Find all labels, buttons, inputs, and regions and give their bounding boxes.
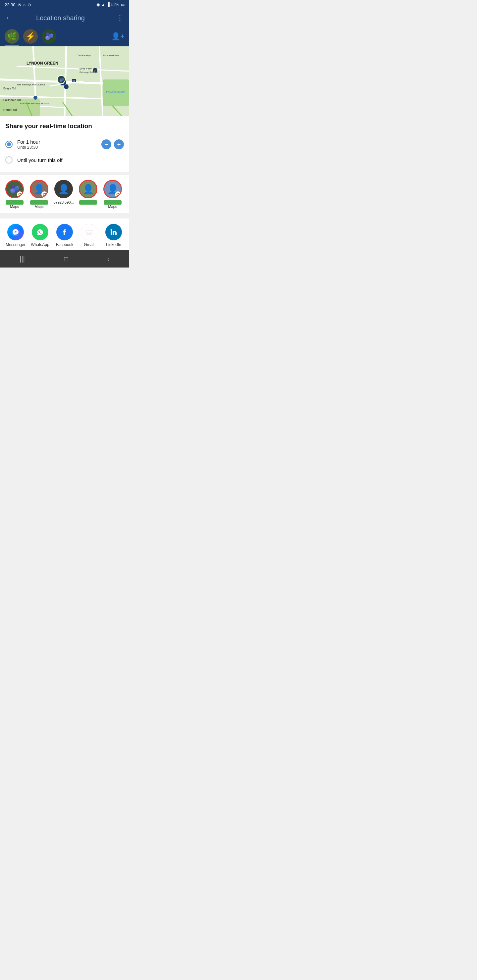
avatar-2[interactable]: ⚡ bbox=[23, 29, 38, 44]
svg-text:Horrell Rd: Horrell Rd bbox=[3, 108, 17, 111]
until-off-title: Until you turn this off bbox=[17, 157, 124, 163]
time-display: 22:30 bbox=[5, 2, 16, 7]
contact-3-avatar: 👤 bbox=[54, 180, 73, 198]
svg-text:Fallindale Rd: Fallindale Rd bbox=[3, 98, 21, 102]
facebook-label: Facebook bbox=[56, 242, 73, 247]
one-hour-label: For 1 hour Until 23:30 bbox=[17, 139, 97, 150]
contact-5-name-blurred bbox=[104, 200, 121, 205]
svg-text:🎓: 🎓 bbox=[94, 69, 97, 72]
contact-4[interactable]: 👤 bbox=[77, 180, 99, 208]
status-right: ◉ ▲ ▐ 52% ▭ bbox=[96, 2, 124, 7]
gmail-label: Gmail bbox=[84, 242, 94, 247]
more-menu-button[interactable]: ⋮ bbox=[116, 14, 124, 22]
map-area[interactable]: LYNDON GREEN Brays Rd Fallindale Rd Horr… bbox=[0, 46, 129, 116]
minus-icon: ⊖ bbox=[27, 2, 31, 7]
radio-one-hour[interactable] bbox=[5, 141, 13, 148]
until-off-label: Until you turn this off bbox=[17, 157, 124, 163]
contact-2[interactable]: 👤 Maps bbox=[28, 180, 50, 208]
avatar-1[interactable]: 🌿 bbox=[5, 29, 19, 44]
share-section: Share your real-time location For 1 hour… bbox=[0, 116, 129, 172]
time-controls: − + bbox=[101, 139, 124, 149]
whatsapp-icon bbox=[32, 224, 48, 240]
divider-2 bbox=[0, 213, 129, 216]
svg-point-26 bbox=[34, 96, 37, 100]
linkedin-icon bbox=[105, 224, 122, 240]
app-facebook[interactable]: Facebook bbox=[54, 224, 75, 247]
wifi-icon: ▲ bbox=[101, 2, 105, 7]
contact-2-avatar: 👤 bbox=[30, 180, 48, 198]
option-one-hour[interactable]: For 1 hour Until 23:30 − + bbox=[5, 136, 124, 153]
svg-point-50 bbox=[117, 194, 119, 195]
contacts-row: 🫐 Maps 👤 Maps 👤 07923 59 bbox=[0, 175, 129, 213]
facebook-icon bbox=[56, 224, 73, 240]
nav-home-button[interactable]: □ bbox=[64, 255, 68, 263]
apps-row: Messenger WhatsApp Facebook bbox=[0, 224, 129, 247]
share-title: Share your real-time location bbox=[5, 123, 124, 130]
contact-3[interactable]: 👤 07923 590... bbox=[52, 180, 75, 208]
svg-text:🫐: 🫐 bbox=[59, 77, 64, 82]
radio-until-off[interactable] bbox=[5, 156, 13, 164]
contact-5-avatar: 👤 bbox=[103, 180, 122, 198]
nav-bar: ||| □ ‹ bbox=[0, 250, 129, 267]
increase-time-button[interactable]: + bbox=[114, 139, 124, 149]
radio-inner-one-hour bbox=[7, 142, 11, 146]
avatar-3-image: 🫐 bbox=[42, 29, 56, 44]
contact-2-maps-label: Maps bbox=[28, 205, 50, 208]
decrease-time-button[interactable]: − bbox=[101, 139, 111, 149]
contact-1-maps-label: Maps bbox=[3, 205, 26, 208]
app-bar: ← Location sharing ⋮ bbox=[0, 9, 129, 27]
avatar-1-image: 🌿 bbox=[5, 29, 19, 44]
one-hour-title: For 1 hour bbox=[17, 139, 97, 145]
svg-text:The Radleys: The Radleys bbox=[76, 54, 91, 57]
app-messenger[interactable]: Messenger bbox=[5, 224, 26, 247]
one-hour-subtitle: Until 23:30 bbox=[17, 145, 97, 150]
contact-5-maps-badge bbox=[115, 191, 121, 197]
svg-text:Elms Farm: Elms Farm bbox=[80, 67, 93, 70]
app-linkedin[interactable]: LinkedIn bbox=[103, 224, 124, 247]
svg-text:✉: ✉ bbox=[73, 80, 75, 83]
app-whatsapp[interactable]: WhatsApp bbox=[29, 224, 51, 247]
home-icon: ⌂ bbox=[23, 2, 26, 7]
status-left: 22:30 ✉ ⌂ ⊖ bbox=[5, 2, 31, 7]
contact-1-avatar: 🫐 bbox=[5, 180, 24, 198]
nav-menu-button[interactable]: ||| bbox=[19, 255, 25, 263]
svg-text:LYNDON GREEN: LYNDON GREEN bbox=[27, 61, 58, 65]
battery-icon: ▭ bbox=[121, 2, 124, 7]
email-icon: ✉ bbox=[18, 2, 21, 7]
contact-5-maps-label: Maps bbox=[101, 205, 124, 208]
divider-1 bbox=[0, 172, 129, 175]
svg-text:Westley Brook: Westley Brook bbox=[106, 90, 125, 93]
location-icon: ◉ bbox=[96, 2, 100, 7]
share-apps: Messenger WhatsApp Facebook bbox=[0, 216, 129, 250]
contact-1[interactable]: 🫐 Maps bbox=[3, 180, 26, 208]
svg-text:Stanville Primary School: Stanville Primary School bbox=[20, 102, 49, 105]
app-gmail[interactable]: Gmail bbox=[78, 224, 100, 247]
svg-point-58 bbox=[111, 229, 112, 231]
nav-back-button[interactable]: ‹ bbox=[107, 255, 110, 263]
page-title: Location sharing bbox=[5, 14, 116, 22]
linkedin-label: LinkedIn bbox=[106, 242, 121, 247]
contact-2-name-blurred bbox=[30, 200, 48, 205]
contact-5[interactable]: 👤 Maps bbox=[101, 180, 124, 208]
avatar-row: 🌿 ⚡ 🫐 👤+ bbox=[0, 27, 129, 46]
svg-text:Brays Rd: Brays Rd bbox=[3, 87, 16, 90]
avatar-3[interactable]: 🫐 bbox=[42, 29, 56, 44]
contacts-section: 🫐 Maps 👤 Maps 👤 07923 59 bbox=[0, 175, 129, 213]
contact-1-name-blurred bbox=[6, 200, 24, 205]
svg-point-38 bbox=[19, 194, 21, 195]
svg-rect-57 bbox=[111, 231, 112, 235]
signal-icon: ▐ bbox=[107, 2, 110, 7]
option-until-off[interactable]: Until you turn this off bbox=[5, 153, 124, 167]
svg-point-25 bbox=[64, 84, 69, 89]
messenger-label: Messenger bbox=[6, 242, 25, 247]
gmail-icon bbox=[81, 224, 97, 240]
messenger-icon bbox=[7, 224, 24, 240]
contact-4-avatar: 👤 bbox=[79, 180, 97, 198]
battery-label: 52% bbox=[111, 2, 119, 7]
svg-text:Elmstead Ave: Elmstead Ave bbox=[103, 54, 119, 57]
svg-point-44 bbox=[44, 194, 45, 195]
add-person-button[interactable]: 👤+ bbox=[111, 32, 124, 41]
status-bar: 22:30 ✉ ⌂ ⊖ ◉ ▲ ▐ 52% ▭ bbox=[0, 0, 129, 9]
contact-4-name-blurred bbox=[79, 200, 97, 205]
contact-3-name: 07923 590... bbox=[52, 200, 75, 204]
